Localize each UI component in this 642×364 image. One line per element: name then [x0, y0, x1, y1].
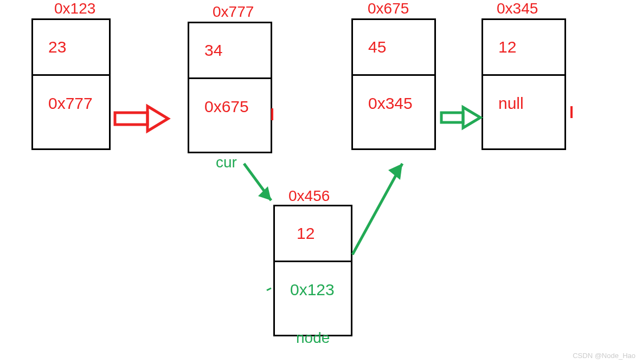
svg-marker-1 [147, 106, 168, 131]
arrow-cur-to-node [244, 164, 271, 200]
address-n5: 0x456 [288, 187, 330, 205]
node-2-next: 0x675 [189, 79, 271, 152]
node-label: node [296, 329, 330, 347]
node-3-next: 0x345 [353, 76, 434, 148]
address-n2: 0x777 [213, 3, 254, 21]
svg-rect-0 [115, 113, 147, 125]
address-n3: 0x675 [368, 0, 409, 17]
node-4: 12 null [482, 18, 566, 150]
address-n4: 0x345 [497, 0, 538, 17]
node-5-data: 12 [275, 206, 351, 262]
node-1-data: 23 [33, 20, 109, 76]
node-5-next: 0x123 [275, 262, 351, 335]
cursor-mark-n2 [271, 108, 273, 120]
svg-line-6 [352, 164, 402, 255]
svg-marker-3 [463, 107, 480, 128]
address-n1: 0x123 [54, 0, 95, 17]
svg-marker-5 [258, 186, 271, 200]
arrow-n3-n4 [441, 107, 480, 128]
node-4-next: null [483, 76, 564, 148]
svg-rect-2 [441, 113, 463, 122]
watermark: CSDN @Node_Hao [573, 352, 635, 360]
svg-line-4 [244, 164, 271, 200]
arrow-n1-n2 [115, 106, 168, 131]
node-1: 23 0x777 [31, 18, 111, 150]
node-5: 12 0x123 [273, 205, 352, 336]
node-1-next: 0x777 [33, 76, 109, 148]
tick-mark [267, 288, 271, 290]
node-3-data: 45 [353, 20, 434, 76]
node-2: 34 0x675 [188, 22, 272, 153]
cursor-mark-n4 [570, 106, 573, 118]
svg-marker-7 [388, 164, 402, 180]
node-4-data: 12 [483, 20, 564, 76]
cur-label: cur [216, 154, 237, 171]
arrow-node-to-n3 [352, 164, 402, 255]
node-2-data: 34 [189, 23, 271, 79]
node-3: 45 0x345 [351, 18, 436, 150]
